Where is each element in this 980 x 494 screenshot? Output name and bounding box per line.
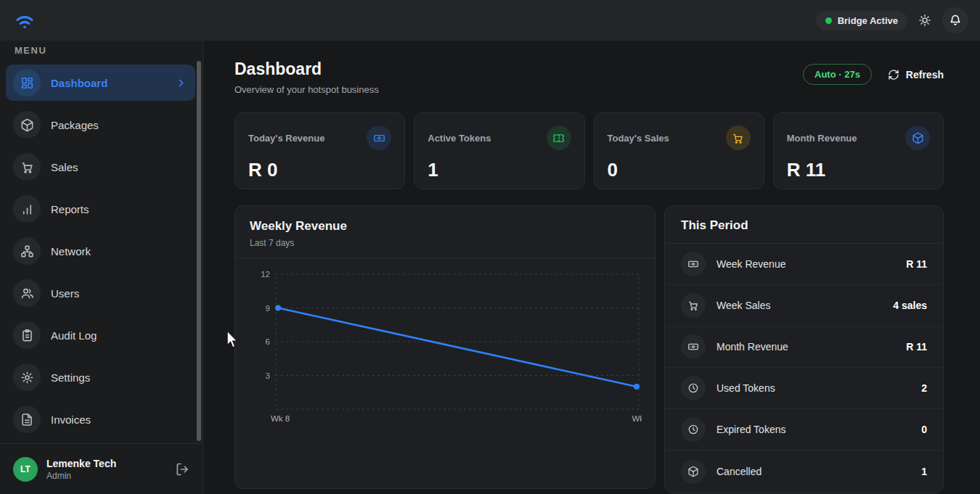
user-name: Lemenke Tech bbox=[46, 458, 116, 469]
period-row-label: Used Tokens bbox=[716, 382, 775, 394]
cart-icon bbox=[681, 293, 706, 318]
stat-card-value: R 0 bbox=[248, 159, 391, 181]
weekly-revenue-chart: 36912Wk 8Wk bbox=[250, 267, 640, 428]
notifications-button[interactable] bbox=[942, 7, 968, 33]
period-row-label: Month Revenue bbox=[716, 341, 788, 353]
sidebar: MENU DashboardPackagesSalesReportsNetwor… bbox=[0, 41, 203, 494]
user-role: Admin bbox=[46, 471, 116, 481]
stat-card-value: 0 bbox=[608, 159, 751, 181]
sidebar-item-network[interactable]: Network bbox=[6, 233, 195, 269]
stat-card-active-tokens: Active Tokens1 bbox=[414, 112, 584, 189]
stat-card-label: Today's Revenue bbox=[248, 133, 324, 144]
chevron-right-icon bbox=[176, 78, 187, 88]
menu-section-label: MENU bbox=[0, 41, 203, 62]
user-card[interactable]: LT Lemenke Tech Admin bbox=[0, 443, 203, 494]
sidebar-item-label: Invoices bbox=[51, 413, 91, 426]
period-row-value: R 11 bbox=[906, 258, 927, 270]
weekly-revenue-card: Weekly Revenue Last 7 days 36912Wk 8Wk bbox=[234, 205, 656, 489]
sidebar-item-dashboard[interactable]: Dashboard bbox=[6, 65, 195, 101]
package-icon bbox=[905, 125, 930, 150]
stat-card-label: Today's Sales bbox=[608, 133, 669, 144]
dashboard-icon bbox=[13, 69, 41, 96]
stat-card-value: 1 bbox=[428, 159, 571, 181]
ticket-icon bbox=[547, 125, 571, 150]
auto-refresh-badge[interactable]: Auto · 27s bbox=[803, 64, 872, 85]
network-icon bbox=[13, 237, 41, 265]
sidebar-item-label: Settings bbox=[51, 371, 90, 384]
period-row-week-revenue: Week RevenueR 11 bbox=[665, 244, 943, 285]
refresh-button[interactable]: Refresh bbox=[888, 69, 944, 81]
stat-card-today-s-sales: Today's Sales0 bbox=[594, 112, 764, 189]
sidebar-item-label: Dashboard bbox=[51, 77, 107, 89]
stat-card-label: Active Tokens bbox=[428, 133, 491, 144]
sidebar-item-reports[interactable]: Reports bbox=[6, 191, 195, 227]
svg-text:Wk: Wk bbox=[632, 414, 642, 423]
clock-icon bbox=[681, 417, 706, 442]
period-row-expired-tokens: Expired Tokens0 bbox=[665, 409, 943, 450]
sidebar-scrollbar[interactable] bbox=[197, 61, 201, 441]
this-period-panel: This Period Week RevenueR 11Week Sales4 … bbox=[664, 205, 944, 493]
cart-icon bbox=[726, 125, 751, 150]
logout-button[interactable] bbox=[175, 462, 189, 477]
page-title: Dashboard bbox=[234, 59, 379, 79]
svg-text:3: 3 bbox=[266, 371, 270, 380]
banknote-icon bbox=[367, 125, 391, 150]
sidebar-item-label: Packages bbox=[51, 119, 99, 131]
period-row-value: 0 bbox=[921, 424, 927, 435]
period-row-value: R 11 bbox=[906, 341, 927, 353]
cart-icon bbox=[13, 153, 41, 181]
period-rows: Week RevenueR 11Week Sales4 salesMonth R… bbox=[665, 244, 943, 492]
period-row-cancelled: Cancelled1 bbox=[665, 450, 943, 492]
sidebar-item-packages[interactable]: Packages bbox=[6, 107, 195, 143]
period-row-label: Expired Tokens bbox=[716, 424, 785, 435]
sidebar-item-sales[interactable]: Sales bbox=[6, 149, 195, 185]
avatar: LT bbox=[13, 457, 38, 482]
sidebar-item-label: Sales bbox=[51, 161, 78, 173]
sidebar-item-invoices[interactable]: Invoices bbox=[6, 401, 195, 437]
sidebar-item-audit-log[interactable]: Audit Log bbox=[6, 317, 195, 353]
users-icon bbox=[13, 279, 41, 307]
clipboard-icon bbox=[13, 321, 41, 349]
stat-card-value: R 11 bbox=[787, 159, 930, 181]
gear-icon bbox=[13, 363, 41, 391]
svg-text:9: 9 bbox=[266, 304, 270, 313]
refresh-label: Refresh bbox=[906, 69, 944, 81]
bar-chart-icon bbox=[13, 195, 41, 223]
stat-card-today-s-revenue: Today's RevenueR 0 bbox=[234, 112, 405, 189]
main-content: Dashboard Overview of your hotspot busin… bbox=[203, 41, 980, 494]
package-icon bbox=[681, 459, 706, 484]
bridge-status-badge: Bridge Active bbox=[816, 11, 907, 30]
sidebar-nav: DashboardPackagesSalesReportsNetworkUser… bbox=[0, 62, 203, 437]
sidebar-item-label: Audit Log bbox=[51, 329, 97, 342]
svg-text:Wk 8: Wk 8 bbox=[271, 414, 290, 423]
status-label: Bridge Active bbox=[838, 15, 898, 26]
wifi-logo-icon[interactable] bbox=[13, 9, 36, 32]
period-row-label: Cancelled bbox=[716, 466, 761, 477]
stat-cards-row: Today's RevenueR 0Active Tokens1Today's … bbox=[234, 112, 944, 189]
stat-card-label: Month Revenue bbox=[787, 133, 857, 144]
chart-title: Weekly Revenue bbox=[250, 219, 640, 234]
sidebar-item-users[interactable]: Users bbox=[6, 275, 195, 311]
sidebar-item-settings[interactable]: Settings bbox=[6, 359, 195, 395]
svg-text:12: 12 bbox=[261, 270, 270, 279]
stat-card-month-revenue: Month RevenueR 11 bbox=[773, 112, 944, 189]
svg-text:6: 6 bbox=[266, 337, 270, 346]
sidebar-item-label: Reports bbox=[51, 203, 89, 215]
banknote-icon bbox=[681, 334, 706, 359]
period-title: This Period bbox=[681, 218, 927, 233]
theme-toggle-button[interactable] bbox=[918, 13, 932, 28]
package-icon bbox=[13, 111, 41, 139]
topbar: Bridge Active bbox=[0, 0, 980, 41]
banknote-icon bbox=[681, 252, 706, 276]
period-row-month-revenue: Month RevenueR 11 bbox=[665, 326, 943, 368]
status-dot-icon bbox=[825, 17, 832, 24]
period-row-used-tokens: Used Tokens2 bbox=[665, 368, 943, 409]
sidebar-item-label: Network bbox=[51, 245, 91, 258]
period-row-week-sales: Week Sales4 sales bbox=[665, 285, 943, 326]
refresh-icon bbox=[888, 69, 899, 81]
sidebar-item-label: Users bbox=[51, 287, 79, 300]
page-subtitle: Overview of your hotspot business bbox=[234, 84, 379, 95]
period-row-value: 1 bbox=[921, 466, 927, 477]
clock-icon bbox=[681, 376, 706, 400]
chart-subtitle: Last 7 days bbox=[250, 238, 640, 248]
